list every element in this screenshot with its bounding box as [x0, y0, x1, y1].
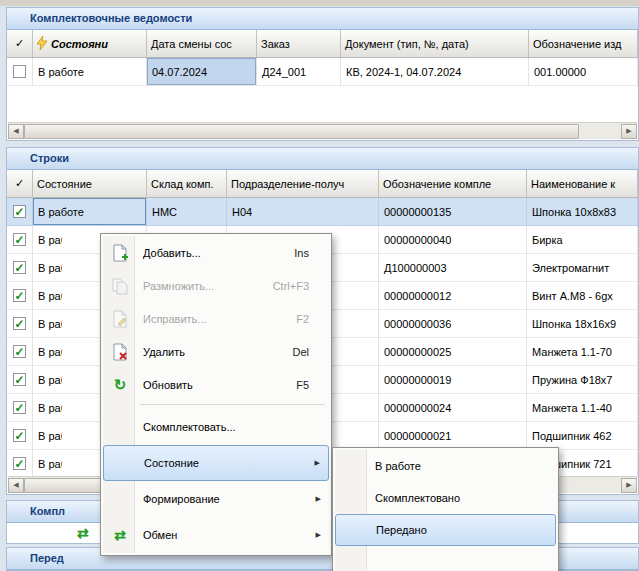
table2-department-column-header[interactable]: Подразделение-получ — [227, 170, 379, 198]
menu-item-edit: Исправить... F2 — [103, 302, 329, 335]
row-checkbox-unchecked[interactable] — [13, 65, 26, 78]
table1-check-column-header[interactable]: ✓ — [7, 30, 33, 58]
panel2-title: Строки — [30, 152, 69, 164]
scroll-right-icon: ▶ — [626, 481, 631, 489]
table1-date-column-header[interactable]: Дата смены сос — [147, 30, 257, 58]
table2-check-column-header[interactable]: ✓ — [7, 170, 33, 198]
cell-designation: 001.00000 — [534, 66, 586, 78]
scroll-right-button[interactable]: ▶ — [621, 124, 637, 139]
window-top-strip — [0, 0, 639, 6]
menu-item-add[interactable]: Добавить... Ins — [103, 236, 329, 269]
table1-document-column-header[interactable]: Документ (тип, №, дата) — [341, 30, 529, 58]
cell-order: Д24_001 — [262, 66, 306, 78]
scroll-right-button[interactable]: ▶ — [621, 478, 637, 493]
menu-item-forming[interactable]: Формирование ▶ — [103, 481, 329, 517]
submenu-arrow-icon: ▶ — [316, 531, 321, 539]
cell-document: КВ, 2024-1, 04.07.2024 — [346, 66, 461, 78]
refresh-icon: ↻ — [111, 376, 129, 394]
table1-horizontal-scrollbar[interactable]: ◀ ▶ — [8, 122, 637, 139]
panel2-header-bar[interactable]: Строки — [7, 148, 638, 170]
row-checkbox-checked[interactable]: ✓ — [13, 429, 26, 442]
copy-docs-icon — [111, 277, 129, 295]
menu-item-state[interactable]: Состояние ▶ — [103, 445, 329, 481]
table2-warehouse-column-header[interactable]: Склад комп. — [147, 170, 227, 198]
table1-order-column-header[interactable]: Заказ — [257, 30, 341, 58]
menu-item-assemble[interactable]: Скомплектовать... — [103, 409, 329, 445]
table2-header-row: ✓ Состояние Склад комп. Подразделение-по… — [7, 170, 638, 198]
state-submenu: В работе Скомплектовано Передано — [332, 447, 559, 571]
panel3-title: Компл — [30, 505, 65, 517]
scrollbar-thumb[interactable] — [24, 124, 579, 139]
exchange-icon: ⇄ — [77, 525, 89, 541]
exchange-icon: ⇄ — [111, 526, 129, 544]
submenu-item-assembled[interactable]: Скомплектовано — [335, 482, 556, 514]
submenu-arrow-icon: ▶ — [316, 495, 321, 503]
row-checkbox-checked[interactable]: ✓ — [13, 289, 26, 302]
scrollbar-track[interactable] — [24, 124, 621, 139]
row-checkbox-checked[interactable]: ✓ — [13, 233, 26, 246]
scroll-left-button[interactable]: ◀ — [8, 124, 24, 139]
row-checkbox-checked[interactable]: ✓ — [13, 401, 26, 414]
scroll-left-icon: ◀ — [13, 481, 18, 489]
table2-state-column-header[interactable]: Состояние — [33, 170, 147, 198]
scroll-left-button[interactable]: ◀ — [8, 478, 24, 493]
menu-item-delete[interactable]: Удалить Del — [103, 335, 329, 368]
panel1-title: Комплектовочные ведомости — [30, 12, 192, 24]
lightning-icon — [37, 36, 47, 52]
row-checkbox-checked[interactable]: ✓ — [13, 373, 26, 386]
table-row[interactable]: ✓ В работе НМС Н04 00000000135 Шпонка 10… — [7, 198, 638, 226]
menu-separator — [140, 404, 325, 405]
edit-doc-icon — [111, 310, 129, 328]
row-checkbox-checked[interactable]: ✓ — [13, 457, 26, 470]
scroll-left-icon: ◀ — [13, 127, 18, 135]
scroll-right-icon: ▶ — [626, 127, 631, 135]
table2-name-column-header[interactable]: Наименование к — [527, 170, 638, 198]
panel1-header-bar[interactable]: Комплектовочные ведомости — [7, 8, 638, 30]
menu-item-duplicate: Размножить... Ctrl+F3 — [103, 269, 329, 302]
row-checkbox-checked[interactable]: ✓ — [13, 317, 26, 330]
panel-picking-lists: Комплектовочные ведомости ✓ Состояни Дат… — [6, 7, 639, 141]
menu-item-refresh[interactable]: ↻ Обновить F5 — [103, 368, 329, 401]
table1-row[interactable]: В работе 04.07.2024 Д24_001 КВ, 2024-1, … — [7, 58, 638, 86]
submenu-item-in-work[interactable]: В работе — [335, 450, 556, 482]
add-doc-icon — [111, 244, 129, 262]
submenu-item-transferred[interactable]: Передано — [335, 514, 556, 546]
table1-designation-column-header[interactable]: Обозначение изд — [529, 30, 638, 58]
cell-state: В работе — [38, 66, 84, 78]
submenu-arrow-icon: ▶ — [315, 459, 320, 467]
panel4-title: Перед — [30, 552, 64, 564]
delete-doc-icon — [111, 343, 129, 361]
row-checkbox-checked[interactable]: ✓ — [13, 345, 26, 358]
selected-cell-date[interactable]: 04.07.2024 — [147, 58, 257, 86]
context-menu: Добавить... Ins Размножить... Ctrl+F3 Ис… — [100, 233, 332, 556]
row-checkbox-checked[interactable]: ✓ — [13, 205, 26, 218]
table1-state-column-header[interactable]: Состояни — [33, 30, 147, 58]
table2-designation-column-header[interactable]: Обозначение компле — [379, 170, 527, 198]
table1-header-row: ✓ Состояни Дата смены сос Заказ Документ… — [7, 30, 638, 58]
menu-item-exchange[interactable]: ⇄ Обмен ▶ — [103, 517, 329, 553]
row-checkbox-checked[interactable]: ✓ — [13, 261, 26, 274]
